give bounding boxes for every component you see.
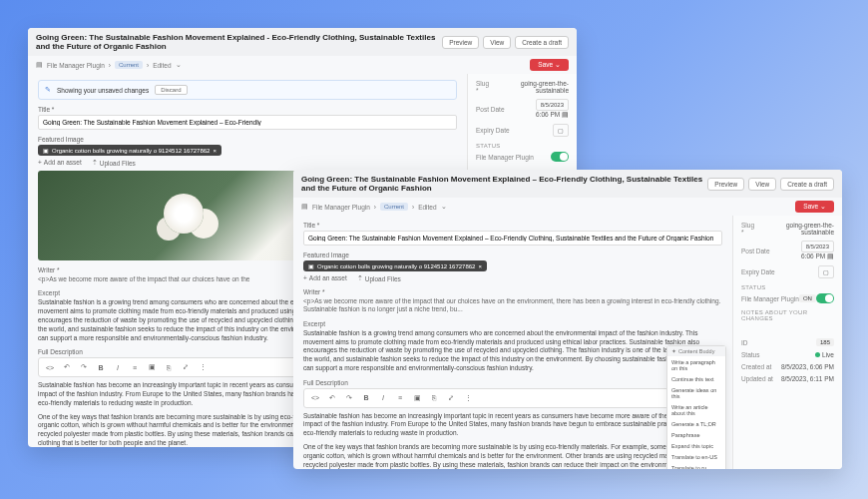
sidebar: Slug *going-green-the-sustainable Post D…: [732, 216, 842, 469]
menu-item[interactable]: Write an article about this: [667, 401, 725, 418]
header: Going Green: The Sustainable Fashion Mov…: [28, 28, 577, 56]
link-icon[interactable]: ⎘: [162, 360, 176, 374]
plugin-toggle[interactable]: [551, 152, 569, 162]
redo-icon[interactable]: ↷: [342, 391, 356, 405]
create-draft-button[interactable]: Create a draft: [515, 36, 569, 49]
view-button[interactable]: View: [748, 178, 776, 191]
bold-icon[interactable]: B: [359, 391, 373, 405]
menu-item[interactable]: Translate to ru: [667, 462, 725, 469]
menu-item[interactable]: Translate to en-US: [667, 451, 725, 462]
page-title: Going Green: The Sustainable Fashion Mov…: [301, 175, 707, 193]
image-icon[interactable]: ▣: [410, 391, 424, 405]
list-icon[interactable]: ≡: [128, 360, 142, 374]
content-buddy-menu: ✦Content Buddy Write a paragraph on this…: [666, 345, 726, 469]
excerpt-text[interactable]: Sustainable fashion is a growing trend a…: [303, 329, 722, 373]
save-button[interactable]: Save ⌄: [530, 59, 569, 71]
asset-chip[interactable]: ▣Organic cotton bolls growing naturally …: [303, 260, 487, 271]
code-icon[interactable]: <>: [43, 360, 57, 374]
breadcrumb: ▤ File Manager Plugin › Current › Edited…: [36, 61, 182, 69]
add-asset-button[interactable]: + Add an asset: [303, 274, 347, 281]
asset-chip[interactable]: ▣Organic cotton bolls growing naturally …: [38, 145, 221, 156]
full-desc-label: Full Description: [303, 379, 722, 386]
breadcrumb: ▤ File Manager Plugin › Current › Edited…: [301, 203, 447, 211]
title-input[interactable]: [303, 231, 722, 246]
upload-files-button[interactable]: ⇡ Upload Files: [357, 274, 401, 282]
create-draft-button[interactable]: Create a draft: [780, 178, 834, 191]
undo-icon[interactable]: ↶: [60, 360, 74, 374]
expand-icon[interactable]: ⤢: [444, 391, 458, 405]
plugin-toggle[interactable]: [816, 293, 834, 303]
remove-icon[interactable]: ×: [478, 263, 482, 269]
writer-text[interactable]: <p>As we become more aware of the impact…: [303, 297, 722, 314]
title-label: Title *: [303, 222, 722, 229]
header: Going Green: The Sustainable Fashion Mov…: [293, 170, 842, 198]
menu-header: ✦Content Buddy: [667, 346, 725, 356]
image-icon: ▣: [308, 262, 314, 269]
code-icon[interactable]: <>: [308, 391, 322, 405]
remove-icon[interactable]: ×: [213, 148, 217, 154]
unsaved-notice: ✎ Showing your unsaved changes Discard: [38, 80, 457, 100]
image-icon: ▣: [43, 147, 49, 154]
image-icon[interactable]: ▣: [145, 360, 159, 374]
menu-item[interactable]: Paraphrase: [667, 429, 725, 440]
view-button[interactable]: View: [483, 36, 511, 49]
italic-icon[interactable]: I: [111, 360, 125, 374]
subheader: ▤ File Manager Plugin › Current › Edited…: [28, 56, 577, 74]
writer-label: Writer *: [303, 288, 722, 295]
pencil-icon: ✎: [45, 86, 51, 94]
preview-button[interactable]: Preview: [707, 178, 744, 191]
more-icon[interactable]: ⋮: [196, 360, 210, 374]
menu-item[interactable]: Generate a TL;DR: [667, 418, 725, 429]
bold-icon[interactable]: B: [94, 360, 108, 374]
link-icon[interactable]: ⎘: [427, 391, 441, 405]
page-title: Going Green: The Sustainable Fashion Mov…: [36, 33, 442, 51]
editor-window-front: Going Green: The Sustainable Fashion Mov…: [293, 170, 842, 469]
chevron-down-icon[interactable]: ⌄: [441, 203, 447, 211]
chevron-down-icon[interactable]: ⌄: [176, 61, 182, 69]
featured-image-label: Featured Image: [303, 251, 722, 258]
folder-icon: ▤: [301, 203, 308, 211]
calendar-icon[interactable]: ▢: [818, 265, 834, 278]
undo-icon[interactable]: ↶: [325, 391, 339, 405]
more-icon[interactable]: ⋮: [461, 391, 475, 405]
menu-item[interactable]: Generate ideas on this: [667, 384, 725, 401]
menu-item[interactable]: Expand this topic: [667, 440, 725, 451]
excerpt-label: Excerpt: [303, 320, 722, 327]
menu-item[interactable]: Continue this text: [667, 373, 725, 384]
title-input[interactable]: [38, 115, 457, 130]
add-asset-button[interactable]: + Add an asset: [38, 159, 82, 166]
live-dot-icon: [815, 352, 820, 357]
sparkle-icon: ✦: [671, 348, 676, 354]
upload-files-button[interactable]: ⇡ Upload Files: [92, 159, 136, 167]
menu-item[interactable]: Write a paragraph on this: [667, 356, 725, 373]
rte-toolbar: <> ↶ ↷ B I ≡ ▣ ⎘ ⤢ ⋮: [303, 388, 722, 408]
italic-icon[interactable]: I: [376, 391, 390, 405]
featured-image-label: Featured Image: [38, 136, 457, 143]
subheader: ▤ File Manager Plugin › Current › Edited…: [293, 198, 842, 216]
folder-icon: ▤: [36, 61, 43, 69]
redo-icon[interactable]: ↷: [77, 360, 91, 374]
discard-button[interactable]: Discard: [155, 85, 187, 95]
preview-button[interactable]: Preview: [442, 36, 479, 49]
save-button[interactable]: Save ⌄: [795, 201, 834, 213]
calendar-icon[interactable]: ▢: [553, 124, 569, 137]
full-desc-content[interactable]: Sustainable fashion has become an increa…: [303, 412, 722, 469]
list-icon[interactable]: ≡: [393, 391, 407, 405]
expand-icon[interactable]: ⤢: [179, 360, 193, 374]
title-label: Title *: [38, 106, 457, 113]
